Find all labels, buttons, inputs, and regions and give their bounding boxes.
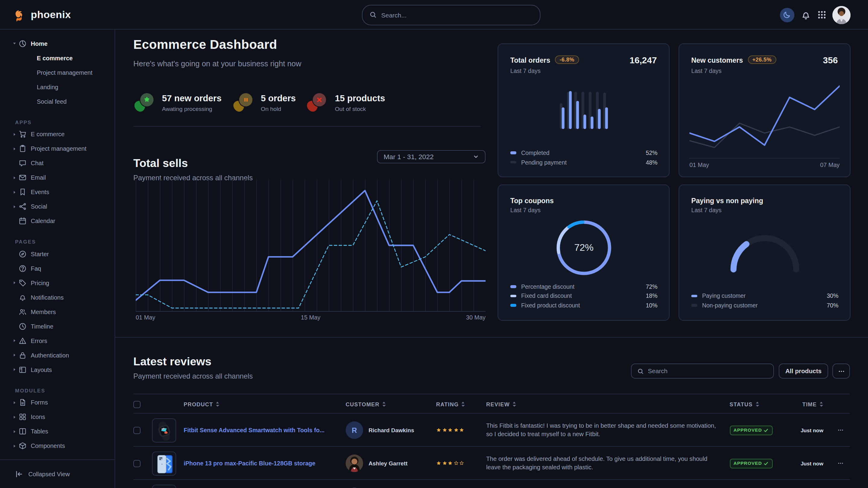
caret-right xyxy=(12,190,17,194)
legend-label: Fixed card discount xyxy=(521,293,646,299)
customer-photo xyxy=(346,455,363,472)
stat-value: 15 products xyxy=(335,93,385,103)
row-checkbox[interactable] xyxy=(133,426,141,434)
paying-legend: Paying customer30%Non-paying customer70% xyxy=(691,291,838,310)
new-customers-chart xyxy=(689,82,840,158)
caret-right xyxy=(12,444,17,448)
brand-logo[interactable]: phoenix xyxy=(13,0,71,30)
sidebar-item-label: Timeline xyxy=(31,323,53,329)
sidebar-item-members[interactable]: Members xyxy=(0,304,115,319)
legend-label: Paying customer xyxy=(702,293,827,299)
sidebar-item-events[interactable]: Events xyxy=(0,185,115,199)
sidebar-item-faq[interactable]: Faq xyxy=(0,261,115,275)
row-more-button[interactable] xyxy=(834,447,846,480)
sidebar-item-forms[interactable]: Forms xyxy=(0,395,115,410)
sidebar-item-home[interactable]: Home xyxy=(0,36,115,51)
rating-stars xyxy=(436,447,464,480)
sidebar-item-layouts[interactable]: Layouts xyxy=(0,362,115,377)
product-link[interactable]: iPhone 13 pro max-Pacific Blue-128GB sto… xyxy=(184,447,315,480)
bell-icon xyxy=(19,293,27,301)
top-coupons-card: Top coupons Last 7 days 72% Percentage d… xyxy=(498,185,670,320)
sidebar-item-authentication[interactable]: Authentication xyxy=(0,348,115,362)
reviews-search-input[interactable] xyxy=(648,368,767,375)
review-text: This Fitbit is fantastic! I was trying t… xyxy=(486,422,720,438)
column-header-customer[interactable]: CUSTOMER xyxy=(346,394,386,414)
sidebar-item-calendar[interactable]: Calendar xyxy=(0,214,115,228)
column-header-rating[interactable]: RATING xyxy=(436,394,465,414)
sidebar-subitem-e-commerce[interactable]: E commerce xyxy=(0,51,115,65)
sidebar-item-timeline[interactable]: Timeline xyxy=(0,319,115,333)
clipboard-icon xyxy=(19,145,27,153)
user-avatar[interactable] xyxy=(832,6,850,24)
product-link[interactable]: Fitbit Sense Advanced Smartwatch with To… xyxy=(184,414,324,447)
caret-right-icon xyxy=(12,280,17,285)
sidebar-item-icons[interactable]: Icons xyxy=(0,410,115,424)
sidebar-item-project-management[interactable]: Project management xyxy=(0,141,115,156)
clock-icon xyxy=(19,322,27,330)
sidebar-item-errors[interactable]: Errors xyxy=(0,333,115,348)
notifications-button[interactable] xyxy=(801,10,810,20)
caret-down xyxy=(12,41,17,46)
sidebar-item-chat[interactable]: Chat xyxy=(0,156,115,170)
sidebar-subitem-project-management[interactable]: Project management xyxy=(0,65,115,79)
sidebar-collapse-toggle[interactable]: Collapsed View xyxy=(0,459,115,488)
main-content: Ecommerce Dashboard Here's what's going … xyxy=(115,30,868,488)
customer-name: Richard Dawkins xyxy=(369,427,414,433)
row-more-button[interactable] xyxy=(834,414,846,447)
reviews-more-button[interactable] xyxy=(832,363,850,379)
stat-warning-icon xyxy=(233,93,254,118)
sidebar-item-e-commerce[interactable]: E commerce xyxy=(0,127,115,141)
sidebar-item-label: E commerce xyxy=(31,131,65,137)
caret-right xyxy=(12,175,17,180)
apps-grid-button[interactable] xyxy=(817,10,826,19)
sidebar-item-label: Chat xyxy=(31,160,43,166)
ellipsis-icon xyxy=(837,460,843,466)
legend-row: Completed52% xyxy=(510,148,657,157)
caret-right xyxy=(12,132,17,136)
layout-icon xyxy=(19,366,27,373)
top-navbar: phoenix xyxy=(0,0,868,30)
lock-icon xyxy=(19,351,27,359)
total-orders-legend: Completed52%Pending payment48% xyxy=(510,148,657,167)
sidebar-item-label: Tables xyxy=(31,428,48,435)
stat-danger-icon xyxy=(306,93,327,118)
stat-texts: 5 ordersOn hold xyxy=(261,93,296,112)
sidebar-item-label: Icons xyxy=(31,414,45,420)
check-icon xyxy=(764,461,769,466)
legend-row: Non-paying customer70% xyxy=(691,301,838,310)
caret-right xyxy=(12,280,17,285)
sidebar-item-notifications[interactable]: Notifications xyxy=(0,290,115,304)
legend-value: 70% xyxy=(827,302,838,308)
sidebar-item-label: Members xyxy=(31,308,56,315)
sidebar-item-social[interactable]: Social xyxy=(0,199,115,214)
sidebar-item-components[interactable]: Components xyxy=(0,438,115,453)
select-all-checkbox[interactable] xyxy=(133,400,141,408)
column-header-product[interactable]: PRODUCT xyxy=(184,394,220,414)
column-header-review[interactable]: REVIEW xyxy=(486,394,516,414)
star-icon xyxy=(436,427,441,432)
sidebar-item-pricing[interactable]: Pricing xyxy=(0,275,115,290)
column-header-status[interactable]: STATUS xyxy=(730,394,760,414)
sidebar-item-tables[interactable]: Tables xyxy=(0,424,115,438)
sidebar-subitem-landing[interactable]: Landing xyxy=(0,79,115,94)
sidebar-subitem-social-feed[interactable]: Social feed xyxy=(0,94,115,108)
caret-right-icon xyxy=(12,204,17,209)
date-range-select[interactable]: Mar 1 - 31, 2022 xyxy=(377,150,486,163)
sidebar-item-email[interactable]: Email xyxy=(0,170,115,185)
grid-2-icon xyxy=(19,413,27,421)
row-checkbox[interactable] xyxy=(133,460,141,467)
column-header-time[interactable]: TIME xyxy=(802,394,824,414)
review-time: Just now xyxy=(775,447,824,480)
customer-avatar xyxy=(346,455,363,472)
theme-toggle-button[interactable] xyxy=(780,7,794,22)
customer-avatar: R xyxy=(346,421,363,439)
all-products-filter[interactable]: All products xyxy=(779,363,828,379)
legend-value: 48% xyxy=(646,159,657,165)
stat-value: 5 orders xyxy=(261,93,296,103)
reviews-search xyxy=(631,363,774,379)
review-text: The order was delivered ahead of schedul… xyxy=(486,455,720,471)
search-input[interactable] xyxy=(381,11,533,19)
x-tick: 07 May xyxy=(820,162,840,168)
sidebar-item-starter[interactable]: Starter xyxy=(0,247,115,261)
rating-stars xyxy=(436,414,464,447)
